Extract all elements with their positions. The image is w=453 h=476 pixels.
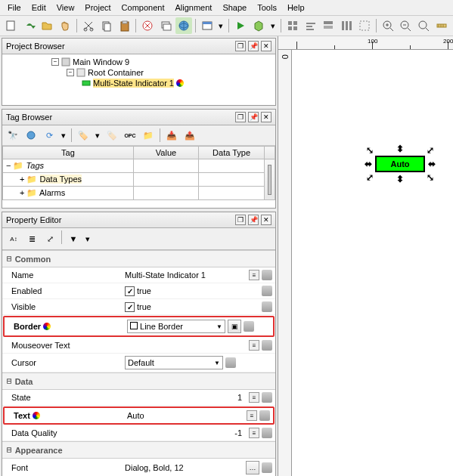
sort-az-icon[interactable]: A↕ bbox=[5, 230, 22, 247]
window-icon[interactable] bbox=[199, 17, 216, 34]
stack-icon[interactable] bbox=[320, 17, 337, 34]
dropdown-arrow-icon[interactable]: ▾ bbox=[59, 127, 68, 144]
tag-table[interactable]: Tag Value Data Type − 📁 Tags + 📁 Data Ty… bbox=[2, 146, 275, 200]
property-list[interactable]: ⊟Common Name Multi-State Indicator 1 ≡ E… bbox=[2, 250, 275, 476]
tree-node-multi-state[interactable]: Multi-State Indicator 1 bbox=[93, 79, 174, 88]
opc-icon[interactable]: OPC bbox=[122, 127, 138, 144]
refresh-icon[interactable]: ⟳ bbox=[41, 127, 57, 144]
resize-handle-se[interactable]: ⤡ bbox=[427, 174, 434, 181]
state-value[interactable]: 1 bbox=[125, 393, 247, 402]
binding-icon[interactable] bbox=[262, 428, 272, 438]
group-icon[interactable] bbox=[356, 17, 373, 34]
folder-icon[interactable] bbox=[39, 17, 56, 34]
tag-col-value[interactable]: Value bbox=[133, 147, 198, 159]
font-value[interactable]: Dialog, Bold, 12 bbox=[125, 463, 244, 472]
export-icon[interactable]: 📤 bbox=[182, 127, 198, 144]
redo-icon[interactable] bbox=[21, 17, 38, 34]
close-icon[interactable]: ✕ bbox=[261, 112, 271, 122]
binding-icon[interactable] bbox=[262, 270, 272, 280]
copy-icon[interactable] bbox=[98, 17, 115, 34]
group-common[interactable]: ⊟Common bbox=[2, 250, 275, 267]
group-appearance[interactable]: ⊟Appearance bbox=[2, 441, 275, 459]
ruler-icon[interactable] bbox=[433, 17, 450, 34]
binding-icon[interactable] bbox=[262, 462, 272, 473]
paste-icon[interactable] bbox=[116, 17, 133, 34]
menu-alignment[interactable]: Alignment bbox=[170, 2, 216, 14]
resize-handle-s[interactable]: ⬍ bbox=[396, 175, 404, 183]
cancel-icon[interactable] bbox=[139, 17, 156, 34]
distribute-icon[interactable] bbox=[338, 17, 355, 34]
dropdown-arrow-icon[interactable]: ▾ bbox=[217, 17, 226, 34]
detail-icon[interactable]: ≡ bbox=[247, 410, 257, 421]
resize-handle-nw[interactable]: ⤡ bbox=[366, 147, 374, 154]
import-icon[interactable]: 📥 bbox=[163, 127, 180, 144]
close-icon[interactable]: ✕ bbox=[261, 215, 271, 225]
restore-icon[interactable]: ❐ bbox=[235, 41, 246, 51]
scrollbar[interactable] bbox=[265, 159, 275, 200]
cut-icon[interactable] bbox=[80, 17, 97, 34]
dropdown-arrow-icon[interactable]: ▾ bbox=[268, 17, 278, 34]
menu-view[interactable]: View bbox=[52, 2, 79, 14]
play-icon[interactable] bbox=[232, 17, 249, 34]
binding-icon[interactable] bbox=[262, 286, 272, 296]
zoom-fit-icon[interactable] bbox=[415, 17, 432, 34]
filter-icon[interactable]: ▼ bbox=[65, 230, 82, 247]
restore-icon[interactable]: ❐ bbox=[235, 215, 246, 225]
folder-small-icon[interactable]: 📁 bbox=[140, 127, 157, 144]
binding-icon[interactable] bbox=[244, 321, 254, 332]
visible-checkbox[interactable] bbox=[125, 302, 135, 312]
categorize-icon[interactable]: ≣ bbox=[23, 230, 40, 247]
expand-icon[interactable]: ⤢ bbox=[42, 230, 58, 247]
globe-small-icon[interactable] bbox=[23, 127, 39, 144]
new-icon[interactable] bbox=[3, 17, 20, 34]
tag-col-tag[interactable]: Tag bbox=[3, 147, 134, 159]
detail-icon[interactable]: ≡ bbox=[249, 392, 259, 403]
menu-tools[interactable]: Tools bbox=[253, 2, 281, 14]
globe-icon[interactable] bbox=[175, 17, 192, 34]
tree-collapse-icon[interactable]: − bbox=[51, 58, 59, 66]
binding-icon[interactable] bbox=[262, 392, 272, 403]
text-value[interactable]: Auto bbox=[127, 411, 244, 420]
cursor-combo[interactable]: Default▼ bbox=[125, 356, 223, 369]
grid-icon[interactable] bbox=[284, 17, 301, 34]
layers-icon[interactable] bbox=[157, 17, 174, 34]
project-tree[interactable]: − Main Window 9 − Root Container Multi-S… bbox=[2, 54, 275, 91]
multi-state-indicator-component[interactable]: Auto ⬌ ⬌ ⬍ ⬍ ⤡ ⤢ ⤢ ⤡ bbox=[375, 156, 425, 172]
resize-handle-w[interactable]: ⬌ bbox=[365, 160, 372, 168]
close-icon[interactable]: ✕ bbox=[261, 41, 271, 51]
tag-row-alarms[interactable]: + 📁 Alarms bbox=[3, 187, 275, 200]
prop-name-value[interactable]: Multi-State Indicator 1 bbox=[125, 270, 247, 280]
tag-edit-icon[interactable]: 🏷️ bbox=[104, 127, 120, 144]
menu-component[interactable]: Component bbox=[117, 2, 169, 14]
resize-handle-sw[interactable]: ⤢ bbox=[366, 174, 374, 181]
tag-row-datatypes[interactable]: + 📁 Data Types bbox=[3, 173, 275, 187]
tree-node-main-window[interactable]: Main Window 9 bbox=[73, 57, 129, 66]
binding-icon[interactable] bbox=[225, 357, 236, 368]
menu-edit[interactable]: Edit bbox=[27, 2, 51, 14]
restore-icon[interactable]: ❐ bbox=[235, 112, 246, 122]
binoculars-icon[interactable]: 🔭 bbox=[5, 127, 21, 144]
menu-project[interactable]: Project bbox=[80, 2, 115, 14]
font-editor-button[interactable]: … bbox=[246, 461, 259, 474]
detail-icon[interactable]: ≡ bbox=[249, 340, 259, 351]
binding-icon[interactable] bbox=[262, 301, 272, 312]
align-icon[interactable] bbox=[303, 17, 319, 34]
tag-row-tags[interactable]: − 📁 Tags bbox=[3, 159, 275, 173]
resize-handle-ne[interactable]: ⤢ bbox=[427, 147, 434, 154]
zoom-in-icon[interactable] bbox=[380, 17, 396, 34]
resize-handle-n[interactable]: ⬍ bbox=[396, 145, 404, 153]
detail-icon[interactable]: ≡ bbox=[249, 270, 259, 280]
tag-col-datatype[interactable]: Data Type bbox=[199, 147, 265, 159]
border-combo[interactable]: Line Border ▼ bbox=[127, 320, 225, 333]
data-quality-value[interactable]: -1 bbox=[125, 428, 247, 437]
hand-icon[interactable] bbox=[57, 17, 73, 34]
tree-collapse-icon[interactable]: − bbox=[67, 69, 74, 76]
detail-icon[interactable]: ≡ bbox=[249, 428, 259, 438]
package-icon[interactable] bbox=[250, 17, 267, 34]
resize-handle-e[interactable]: ⬌ bbox=[428, 160, 436, 168]
pin-icon[interactable]: 📌 bbox=[248, 41, 259, 51]
menu-file[interactable]: File bbox=[3, 2, 26, 14]
menu-help[interactable]: Help bbox=[283, 2, 309, 14]
menu-shape[interactable]: Shape bbox=[218, 2, 251, 14]
dropdown-arrow-icon[interactable]: ▾ bbox=[93, 127, 102, 144]
